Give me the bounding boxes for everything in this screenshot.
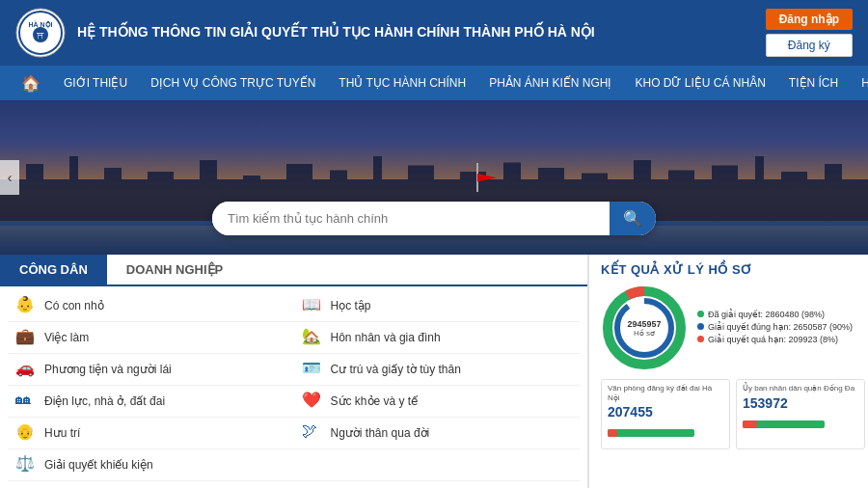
service-label: Sức khỏe và y tế xyxy=(331,394,419,408)
donut-chart: 2945957 Hồ sơ xyxy=(601,285,688,371)
header-title: HỆ THỐNG THÔNG TIN GIẢI QUYẾT THỦ TỤC HÀ… xyxy=(77,23,766,42)
book-icon: 📖 xyxy=(302,295,323,316)
logo: HÀ NỘI ⛩ xyxy=(15,8,66,58)
legal-icon: ⚖️ xyxy=(15,454,37,475)
service-label: Hưu trí xyxy=(44,426,80,440)
service-cu-tru[interactable]: 🪪 Cư trú và giấy tờ tùy thân xyxy=(294,354,581,386)
service-label: Việc làm xyxy=(44,331,89,344)
legend-label-late: Giải quyết quá hạn: 209923 (8%) xyxy=(708,335,838,344)
service-phuong-tien[interactable]: 🚗 Phương tiện và người lái xyxy=(8,354,294,386)
donut-center: 2945957 Hồ sơ xyxy=(627,319,661,338)
service-giai-quyet[interactable]: ⚖️ Giải quyết khiếu kiện xyxy=(8,449,294,481)
legend-label-resolved: Đã giải quyết: 2860480 (98%) xyxy=(708,310,825,319)
search-input[interactable] xyxy=(212,202,610,235)
legend-item-late: Giải quyết quá hạn: 209923 (8%) xyxy=(697,335,856,344)
mini-chart-2 xyxy=(743,413,858,436)
service-empty xyxy=(294,449,581,481)
total-number: 2945957 xyxy=(627,319,661,329)
health-icon: ❤️ xyxy=(302,391,323,412)
sub-stat-vpdk: Văn phòng đăng ký đất đai Hà Nội 207455 xyxy=(601,379,730,449)
svg-text:⛩: ⛩ xyxy=(37,32,44,41)
service-label: Hôn nhân và gia đình xyxy=(331,331,441,344)
stats-area: 2945957 Hồ sơ Đã giải quyết: 2860480 (98… xyxy=(601,285,856,371)
house-icon: 🏘 xyxy=(15,391,37,412)
service-dien-luc[interactable]: 🏘 Điện lực, nhà ở, đất đai xyxy=(8,386,294,418)
service-hon-nhan[interactable]: 🏡 Hôn nhân và gia đình xyxy=(294,322,581,354)
service-nguoi-than[interactable]: 🕊 Người thân qua đời xyxy=(294,418,581,449)
main-content: CÔNG DÂN DOANH NGHIỆP 👶 Có con nhỏ 📖 Học… xyxy=(0,255,868,488)
car-icon: 🚗 xyxy=(15,359,37,380)
left-panel: CÔNG DÂN DOANH NGHIỆP 👶 Có con nhỏ 📖 Học… xyxy=(0,255,588,488)
svg-rect-13 xyxy=(743,420,757,428)
stats-title: KẾT QUẢ XỬ LÝ HỒ SƠ xyxy=(601,262,856,277)
legend-item-resolved: Đã giải quyết: 2860480 (98%) xyxy=(697,310,856,319)
home-nav-icon[interactable]: 🏠 xyxy=(10,74,52,93)
register-button[interactable]: Đăng ký xyxy=(766,34,853,57)
nav-item-thu-tuc[interactable]: THỦ TỤC HÀNH CHÍNH xyxy=(327,76,477,90)
login-button[interactable]: Đăng nhập xyxy=(766,9,853,30)
nav-item-tien-ich[interactable]: TIỆN ÍCH xyxy=(777,76,850,90)
hero-prev-arrow[interactable]: ‹ xyxy=(0,160,19,195)
nav-items: GIỚI THIỆU DỊCH VỤ CÔNG TRỰC TUYẾN THỦ T… xyxy=(52,76,868,90)
legend-dot-blue xyxy=(697,323,704,330)
nav-item-gioi-thieu[interactable]: GIỚI THIỆU xyxy=(52,76,139,90)
service-label: Phương tiện và người lái xyxy=(44,363,172,376)
sub-stat-num-2: 153972 xyxy=(743,395,858,411)
search-button[interactable]: 🔍 xyxy=(610,202,656,235)
service-huu-tri[interactable]: 👴 Hưu trí xyxy=(8,418,294,449)
family-icon: 🏡 xyxy=(302,327,323,348)
total-label: Hồ sơ xyxy=(627,329,661,338)
services-grid: 👶 Có con nhỏ 📖 Học tập 💼 Việc làm 🏡 Hôn … xyxy=(0,286,587,485)
sub-stat-title-2: Ủy ban nhân dân quận Đống Đa xyxy=(743,384,858,393)
mini-chart-1 xyxy=(608,421,723,445)
service-label: Giải quyết khiếu kiện xyxy=(44,458,153,472)
sub-stat-title-1: Văn phòng đăng ký đất đai Hà Nội xyxy=(608,384,723,402)
elderly-icon: 👴 xyxy=(15,422,37,444)
tab-doanh-nghiep[interactable]: DOANH NGHIỆP xyxy=(107,255,242,285)
nav-item-dich-vu[interactable]: DỊCH VỤ CÔNG TRỰC TUYẾN xyxy=(139,76,327,90)
sub-stat-ubnd: Ủy ban nhân dân quận Đống Đa 153972 xyxy=(736,379,865,449)
svg-rect-11 xyxy=(608,429,617,437)
service-hoc-tap[interactable]: 📖 Học tập xyxy=(294,290,581,322)
service-label: Có con nhỏ xyxy=(44,299,104,312)
legend-dot-red xyxy=(697,336,704,342)
legend-dot-green xyxy=(697,311,704,317)
stats-legend: Đã giải quyết: 2860480 (98%) Giải quyết … xyxy=(697,310,856,347)
legend-item-ontime: Giải quyết đúng hạn: 2650587 (90%) xyxy=(697,322,856,332)
search-bar: 🔍 xyxy=(212,202,656,235)
header-buttons: Đăng nhập Đăng ký xyxy=(766,9,853,57)
service-label: Cư trú và giấy tờ tùy thân xyxy=(331,363,461,376)
header: HÀ NỘI ⛩ HỆ THỐNG THÔNG TIN GIẢI QUYẾT T… xyxy=(0,0,868,66)
svg-rect-10 xyxy=(608,429,694,437)
service-label: Người thân qua đời xyxy=(331,426,430,440)
legend-label-ontime: Giải quyết đúng hạn: 2650587 (90%) xyxy=(708,322,853,332)
nav-item-phan-anh[interactable]: PHẢN ÁNH KIẾN NGHỊ xyxy=(477,76,623,90)
service-suc-khoe[interactable]: ❤️ Sức khỏe và y tế xyxy=(294,386,581,418)
sub-stat-num-1: 207455 xyxy=(608,404,723,420)
service-label: Học tập xyxy=(331,299,371,312)
navigation: 🏠 GIỚI THIỆU DỊCH VỤ CÔNG TRỰC TUYẾN THỦ… xyxy=(0,66,868,100)
service-viec-lam[interactable]: 💼 Việc làm xyxy=(8,322,294,354)
citizen-business-tabs: CÔNG DÂN DOANH NGHIỆP xyxy=(0,255,587,286)
hero-section: ‹ 🔍 xyxy=(0,100,868,255)
id-icon: 🪪 xyxy=(302,359,323,380)
service-con-nho[interactable]: 👶 Có con nhỏ xyxy=(8,290,294,322)
nav-item-kho-du-lieu[interactable]: KHO DỮ LIỆU CÁ NHÂN xyxy=(623,76,776,90)
service-label: Điện lực, nhà ở, đất đai xyxy=(44,394,165,408)
tab-cong-dan[interactable]: CÔNG DÂN xyxy=(0,255,107,285)
sub-stats: Văn phòng đăng ký đất đai Hà Nội 207455 … xyxy=(601,379,856,449)
right-panel: KẾT QUẢ XỬ LÝ HỒ SƠ 2945957 Hồ sơ xyxy=(588,255,868,488)
memorial-icon: 🕊 xyxy=(302,422,323,444)
baby-icon: 👶 xyxy=(15,295,37,316)
briefcase-icon: 💼 xyxy=(15,327,37,348)
nav-item-ho-tro[interactable]: HỖ TRỢ xyxy=(850,76,868,90)
